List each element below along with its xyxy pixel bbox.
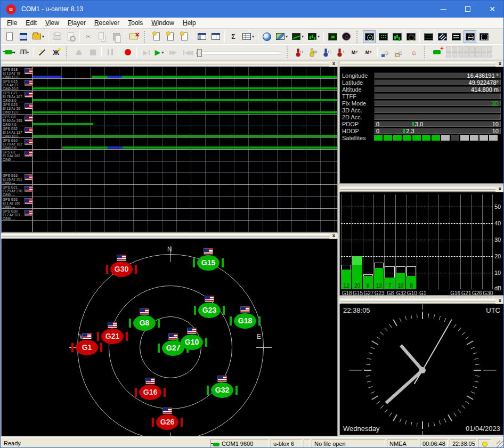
open-file-button-dropdown-icon[interactable]: ▾: [42, 34, 44, 39]
signal-histogram-button[interactable]: [391, 30, 403, 43]
deviation-map-button[interactable]: [340, 30, 353, 43]
record-button[interactable]: [121, 46, 134, 59]
new-text-console-button[interactable]: [150, 30, 163, 43]
menu-window[interactable]: Window: [147, 18, 178, 28]
baudrate-button[interactable]: ΠΠ▾: [18, 46, 31, 59]
camera-view-button[interactable]: [326, 30, 339, 43]
menu-edit[interactable]: Edit: [21, 18, 41, 28]
autobauding-button[interactable]: [36, 46, 48, 59]
full-screen-button[interactable]: [477, 30, 490, 43]
play-button-dropdown-icon[interactable]: ▾: [161, 50, 164, 55]
satellite-id: G32: [211, 382, 233, 398]
connect-button[interactable]: ▾: [3, 46, 17, 59]
clock-tick: [465, 337, 469, 340]
toolbar-grip[interactable]: [144, 31, 148, 43]
histogram-close-button[interactable]: x: [497, 186, 503, 192]
reconnect-target-button[interactable]: [430, 46, 443, 59]
history-row: GPS G32 El 14 Az 137 C/N0 10.0: [2, 126, 337, 138]
clock-tick: [399, 418, 401, 422]
menu-file[interactable]: File: [3, 18, 21, 28]
table-icon: [242, 33, 251, 40]
sky-view-button[interactable]: [363, 30, 376, 43]
status-receiver-type: u-blox 6: [271, 439, 302, 448]
menu-tools[interactable]: Tools: [124, 18, 147, 28]
sky-view-grip[interactable]: x: [1, 233, 338, 239]
baudrate-button-dropdown-icon[interactable]: ▾: [27, 50, 29, 55]
toolbar-grip[interactable]: [424, 46, 428, 58]
table-view-button[interactable]: ▾: [241, 30, 256, 43]
map-view-button[interactable]: ▾: [274, 30, 289, 43]
data-panel-close-button[interactable]: x: [497, 61, 503, 67]
clock-close-button[interactable]: x: [497, 298, 503, 304]
open-file-button[interactable]: ▾: [31, 30, 46, 43]
minimize-button[interactable]: [431, 1, 456, 18]
cold-start-button[interactable]: C: [321, 46, 334, 59]
histogram-view-button-dropdown-icon[interactable]: ▾: [318, 34, 320, 39]
save-receiver-config-button[interactable]: ☼: [380, 46, 393, 59]
menu-player[interactable]: Player: [63, 18, 90, 28]
ttff-view-button[interactable]: [404, 30, 417, 43]
histogram-view-button[interactable]: ▾: [306, 30, 321, 43]
eject-button: [72, 46, 85, 59]
history-row-label: GPS G16 El 26 Az 201 C/N0 ---: [3, 174, 25, 185]
titlebar: u COM1 - u-center 8.13 ✕: [1, 1, 504, 18]
menu-help[interactable]: Help: [178, 18, 200, 28]
new-file-button[interactable]: [3, 30, 16, 43]
load-receiver-config-button[interactable]: ☼: [394, 46, 407, 59]
progress-slider[interactable]: [194, 46, 283, 59]
clock-tick: [475, 364, 479, 365]
debug-messages-button[interactable]: Ж: [50, 46, 62, 59]
satellite-id: G26: [156, 414, 178, 430]
map-view-button-dropdown-icon[interactable]: ▾: [286, 34, 288, 39]
clear-messages-button[interactable]: [127, 30, 140, 43]
warm-start-button[interactable]: W: [307, 46, 320, 59]
satellite-history-close-button[interactable]: x: [331, 61, 337, 67]
data-panel-grip[interactable]: x: [339, 61, 504, 67]
record-icon: [125, 49, 131, 55]
us-flag-icon: [204, 248, 213, 255]
play-button[interactable]: ▶▾: [153, 46, 166, 59]
chart-view-button-dropdown-icon[interactable]: ▾: [302, 34, 304, 39]
user-defined-start-button[interactable]: +: [335, 46, 347, 59]
clock-view-button[interactable]: [464, 30, 476, 43]
sky-view-close-button[interactable]: x: [331, 233, 337, 239]
hot-start-button[interactable]: H: [293, 46, 306, 59]
history-row-grid: [32, 150, 337, 161]
menu-receiver[interactable]: Receiver: [90, 18, 124, 28]
binary-console-button[interactable]: [450, 30, 462, 43]
satellite-history-grip[interactable]: x: [1, 61, 338, 67]
vfull-icon: [479, 33, 489, 40]
new-packet-console-button[interactable]: [164, 30, 177, 43]
layout-split-button[interactable]: [196, 30, 208, 43]
clock-tick: [470, 392, 475, 394]
chart-view-button[interactable]: ▾: [290, 30, 305, 43]
data-value-box: [374, 107, 501, 113]
toolbar-grip[interactable]: [356, 31, 360, 43]
deviation-view-button[interactable]: [377, 30, 389, 43]
google-earth-button[interactable]: [261, 30, 273, 43]
table-view-button-dropdown-icon[interactable]: ▾: [252, 34, 254, 39]
hot-start-reconnect-button[interactable]: M: [348, 46, 361, 59]
menu-view[interactable]: View: [41, 18, 63, 28]
layout-columns-button[interactable]: [209, 30, 222, 43]
compass-tick: [256, 347, 272, 348]
clock-tick: [367, 381, 371, 382]
clock-grip[interactable]: x: [339, 298, 504, 304]
history-row-grid: [32, 221, 337, 232]
wand-icon: [38, 48, 46, 56]
message-table-button[interactable]: [422, 30, 435, 43]
cold-start-reconnect-button[interactable]: M: [362, 46, 375, 59]
resize-grip[interactable]: [497, 441, 504, 448]
toolbar-grip[interactable]: [66, 46, 70, 58]
close-button[interactable]: ✕: [480, 1, 504, 18]
reset-receiver-config-button[interactable]: ☼: [408, 46, 420, 59]
new-message-view-button[interactable]: [178, 30, 191, 43]
docking-view-button[interactable]: [436, 30, 449, 43]
toolbar-grip[interactable]: [287, 46, 290, 58]
maximize-button[interactable]: [456, 1, 480, 18]
toolbar-separator: [258, 31, 258, 42]
histogram-grip[interactable]: x: [339, 186, 504, 192]
save-file-button[interactable]: [17, 30, 30, 43]
signal-bar-right: [126, 332, 128, 341]
statistic-view-button[interactable]: Σ: [227, 30, 240, 43]
